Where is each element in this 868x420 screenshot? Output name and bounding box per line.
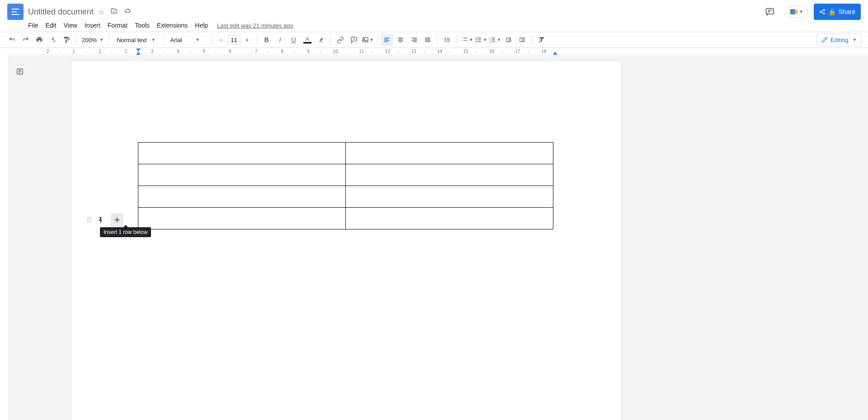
zoom-value: 200% — [82, 37, 97, 43]
titlebar: Untitled document ☆ ▼ 🔒 Share — [0, 0, 868, 20]
last-edit-link[interactable]: Last edit was 21 minutes ago — [217, 22, 293, 29]
chevron-down-icon: ▼ — [99, 38, 104, 42]
text-color-button[interactable]: A — [302, 34, 313, 46]
insert-image-button[interactable]: ▼ — [362, 34, 374, 46]
menu-file[interactable]: File — [25, 21, 41, 30]
font-value: Arial — [170, 37, 182, 43]
star-icon[interactable]: ☆ — [98, 8, 104, 16]
bulleted-list-button[interactable]: ▼ — [475, 34, 487, 46]
svg-rect-0 — [766, 9, 774, 14]
svg-point-9 — [476, 38, 477, 39]
editing-mode-label: Editing — [830, 37, 849, 43]
checklist-button[interactable]: ▼ — [461, 34, 473, 46]
decrease-font-button[interactable]: − — [215, 34, 227, 46]
chevron-down-icon: ▼ — [483, 38, 487, 42]
chevron-down-icon: ▼ — [853, 38, 857, 42]
style-value: Normal text — [117, 37, 146, 43]
align-center-button[interactable] — [395, 34, 406, 46]
chevron-down-icon: ▼ — [497, 38, 501, 42]
menu-help[interactable]: Help — [192, 21, 211, 30]
decrease-indent-button[interactable] — [503, 34, 514, 46]
svg-text:3: 3 — [490, 41, 491, 43]
share-label: Share — [839, 8, 855, 15]
menubar: File Edit View Insert Format Tools Exten… — [0, 20, 868, 32]
move-icon[interactable] — [110, 8, 118, 16]
chevron-down-icon: ▼ — [370, 38, 374, 42]
undo-button[interactable] — [6, 34, 18, 46]
font-size-control: − + — [215, 34, 253, 46]
align-justify-button[interactable] — [422, 34, 434, 46]
line-spacing-button[interactable] — [441, 34, 453, 46]
bold-button[interactable]: B — [261, 34, 273, 46]
editing-mode-button[interactable]: Editing ▼ — [816, 33, 862, 46]
paragraph-style-select[interactable]: Normal text ▼ — [113, 37, 159, 43]
chevron-down-icon: ▼ — [799, 10, 803, 14]
cloud-icon[interactable] — [123, 8, 132, 16]
insert-comment-button[interactable] — [348, 34, 360, 46]
increase-font-button[interactable]: + — [241, 34, 253, 46]
zoom-select[interactable]: 200% ▼ — [80, 37, 105, 43]
docs-logo[interactable] — [7, 4, 24, 20]
insert-link-button[interactable] — [335, 34, 346, 46]
italic-button[interactable]: I — [274, 34, 286, 46]
chevron-down-icon: ▼ — [469, 38, 473, 42]
menu-extensions[interactable]: Extensions — [154, 21, 190, 30]
menu-format[interactable]: Format — [105, 21, 130, 30]
chevron-down-icon: ▼ — [196, 38, 200, 42]
menu-view[interactable]: View — [61, 21, 80, 30]
meet-button[interactable]: ▼ — [784, 6, 808, 18]
underline-button[interactable]: U — [288, 34, 300, 46]
highlight-button[interactable] — [315, 34, 327, 46]
increase-indent-button[interactable] — [516, 34, 528, 46]
clear-formatting-button[interactable] — [536, 34, 547, 46]
svg-rect-2 — [793, 9, 795, 14]
comment-history-icon[interactable] — [761, 3, 779, 21]
menu-edit[interactable]: Edit — [43, 21, 59, 30]
svg-point-10 — [476, 39, 477, 41]
share-button[interactable]: 🔒 Share — [814, 4, 861, 20]
svg-rect-4 — [790, 9, 793, 12]
spellcheck-button[interactable] — [47, 34, 59, 46]
chevron-down-icon: ▼ — [151, 38, 156, 42]
menu-tools[interactable]: Tools — [132, 21, 152, 30]
align-right-button[interactable] — [408, 34, 420, 46]
document-title[interactable]: Untitled document — [28, 7, 94, 17]
horizontal-ruler[interactable]: 21123456789101112131415161718 — [9, 48, 868, 55]
redo-button[interactable] — [20, 34, 32, 46]
toolbar: 200% ▼ Normal text ▼ Arial ▼ − + B I U A… — [0, 32, 868, 48]
svg-marker-3 — [795, 9, 797, 14]
menu-insert[interactable]: Insert — [82, 21, 103, 30]
font-select[interactable]: Arial ▼ — [167, 37, 208, 43]
paint-format-button[interactable] — [61, 34, 72, 46]
align-left-button[interactable] — [381, 34, 393, 46]
svg-point-11 — [476, 41, 477, 43]
print-button[interactable] — [33, 34, 45, 46]
font-size-input[interactable] — [228, 35, 241, 44]
numbered-list-button[interactable]: 123▼ — [489, 34, 501, 46]
